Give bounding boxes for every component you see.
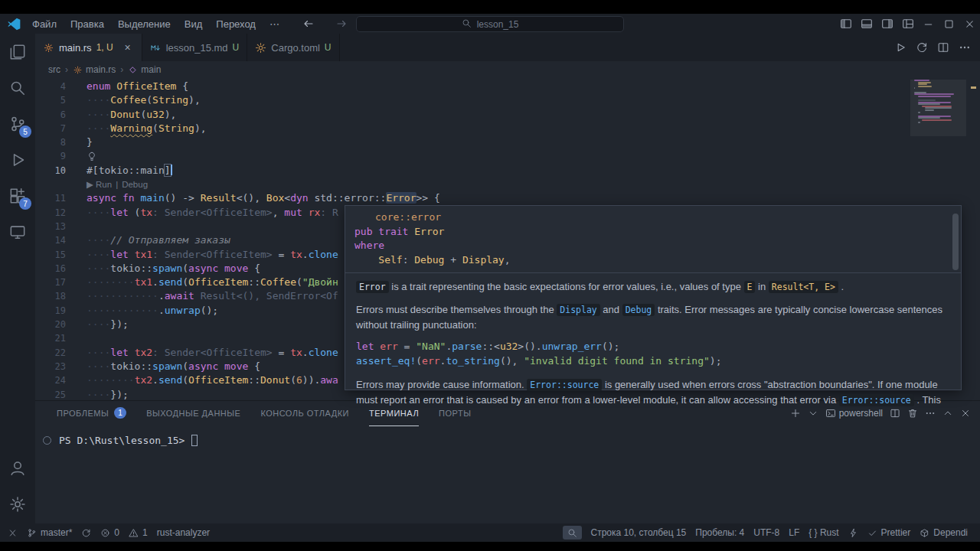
status-branch[interactable]: master* <box>22 523 77 542</box>
more-actions-button[interactable] <box>956 38 974 57</box>
back-button[interactable] <box>299 14 319 34</box>
panel-button[interactable] <box>856 14 877 34</box>
status-remote[interactable] <box>3 523 22 542</box>
split-editor-button[interactable] <box>934 38 952 57</box>
line-number: 19 <box>35 304 66 318</box>
status-dependi[interactable]: Dependi <box>915 523 972 542</box>
code-token <box>354 254 378 266</box>
breadcrumb-item-main[interactable]: main <box>128 64 161 75</box>
breadcrumb-item-src[interactable]: src <box>48 64 60 75</box>
panel-action-shell[interactable]: powershell <box>825 408 883 419</box>
status-power[interactable] <box>844 523 863 542</box>
hover-scrollbar[interactable] <box>952 214 959 270</box>
status-prettier[interactable]: Prettier <box>863 523 916 542</box>
status-eol[interactable]: LF <box>784 523 804 542</box>
vscode-window: ФайлПравкаВыделениеВидПереход⋯ lesson_15… <box>0 14 980 542</box>
panel-action-maximize-panel[interactable] <box>942 408 953 419</box>
code-line[interactable]: 5····Coffee(String), <box>35 93 980 107</box>
code-line[interactable]: 11async fn main() -> Result<(), Box<dyn … <box>35 191 980 205</box>
code-token: = <box>273 347 290 358</box>
command-center-search[interactable]: lesson_15 <box>356 16 624 32</box>
activity-item-search[interactable] <box>0 70 35 106</box>
status-errors[interactable]: 0 <box>96 523 124 542</box>
code-line[interactable]: 8} <box>35 135 980 149</box>
trash-icon <box>907 408 918 419</box>
breadcrumb-label: main <box>141 64 161 75</box>
codelens-run[interactable]: ▶ Run <box>87 178 112 191</box>
lightbulb-icon[interactable] <box>87 151 97 162</box>
minimize-button[interactable] <box>918 14 939 34</box>
close-button[interactable] <box>959 14 980 34</box>
menu-item-2[interactable]: Выделение <box>111 17 178 31</box>
panel-tab-2[interactable]: КОНСОЛЬ ОТЛАДКИ <box>260 401 349 426</box>
menu-item-5[interactable]: ⋯ <box>263 17 286 31</box>
code-token: let <box>110 347 128 358</box>
panel-action-close-panel[interactable] <box>960 408 971 419</box>
layout-button[interactable] <box>897 14 918 34</box>
code-line[interactable]: 9 <box>35 149 980 163</box>
breadcrumb-label: src <box>48 64 60 75</box>
activity-item-explorer[interactable] <box>0 34 35 70</box>
code-token: spawn <box>152 360 182 372</box>
code-line[interactable]: 7····Warning(String), <box>35 122 980 135</box>
maximize-button[interactable] <box>939 14 959 34</box>
breadcrumb-item-main.rs[interactable]: main.rs <box>73 64 116 75</box>
editor-actions <box>891 34 980 61</box>
status-cursor-position[interactable]: Строка 10, столбец 15 <box>586 523 691 542</box>
tab-Cargo.toml[interactable]: Cargo.tomlU <box>247 34 339 61</box>
forward-button[interactable] <box>332 14 352 34</box>
menu-item-0[interactable]: Файл <box>25 17 64 31</box>
code-token: }); <box>110 389 128 400</box>
status-sync[interactable] <box>77 523 96 542</box>
code-token: tokio::main <box>99 165 165 176</box>
code-token: ( <box>416 355 422 367</box>
code-token: Display <box>462 254 505 266</box>
line-number: 13 <box>35 220 66 233</box>
status-indentation[interactable]: Пробелы: 4 <box>691 523 749 542</box>
sidebar-right-button[interactable] <box>877 14 897 34</box>
hover-signature-line: pub trait Error <box>345 225 961 240</box>
panel-action-split-terminal[interactable] <box>890 408 900 419</box>
sidebar-left-button[interactable] <box>835 14 856 34</box>
code-line[interactable]: 10#[tokio::main] <box>35 164 980 178</box>
menu-item-4[interactable]: Переход <box>209 17 263 31</box>
status-rust-analyzer[interactable]: rust-analyzer <box>152 523 214 542</box>
line-number: 12 <box>35 206 66 220</box>
code-token: : Sender<OfficeItem> <box>152 347 273 358</box>
panel-action-kill-terminal[interactable] <box>907 408 918 419</box>
panel-tab-label: ПОРТЫ <box>439 409 471 418</box>
status-encoding[interactable]: UTF-8 <box>749 523 784 542</box>
activity-item-run-and-debug[interactable] <box>0 142 35 178</box>
run-file-button[interactable] <box>891 38 910 57</box>
code-token: : Sender<OfficeItem> <box>152 249 273 260</box>
code-line[interactable]: 6····Donut(u32), <box>35 108 980 122</box>
status-label: Строка 10, столбец 15 <box>590 527 686 538</box>
terminal[interactable]: PS D:\Rust\lesson_15> <box>43 435 198 446</box>
panel-action-new-terminal[interactable] <box>790 408 801 419</box>
minimap-line <box>918 103 940 105</box>
menu-item-3[interactable]: Вид <box>178 17 210 31</box>
status-search-indicator[interactable] <box>563 526 582 540</box>
code-content: ····Warning(String), <box>87 122 207 135</box>
activity-item-settings[interactable] <box>0 486 35 522</box>
tab-main.rs[interactable]: main.rs1, U× <box>35 34 142 61</box>
panel-tab-0[interactable]: ПРОБЛЕМЫ1 <box>57 401 126 426</box>
close-tab-icon[interactable]: × <box>122 41 134 54</box>
status-warnings[interactable]: 1 <box>124 523 152 542</box>
status-language-mode[interactable]: { } Rust <box>804 523 843 542</box>
status-label: LF <box>789 527 799 538</box>
panel-action-terminal-picker[interactable] <box>808 408 818 419</box>
activity-item-remote-explorer[interactable] <box>0 214 35 249</box>
menu-item-1[interactable]: Правка <box>64 17 111 31</box>
panel-action-terminal-more[interactable] <box>925 408 936 419</box>
run-or-debug-button[interactable] <box>913 38 931 57</box>
activity-item-accounts[interactable] <box>0 450 35 486</box>
code-line[interactable]: 4enum OfficeItem { <box>35 80 980 93</box>
panel-tab-1[interactable]: ВЫХОДНЫЕ ДАННЫЕ <box>146 401 240 426</box>
code-token: )). <box>302 374 320 386</box>
activity-item-extensions[interactable]: 7 <box>0 178 35 214</box>
code-token: } <box>87 136 93 148</box>
codelens-debug[interactable]: Debug <box>122 178 148 191</box>
tab-lesson_15.md[interactable]: lesson_15.mdU <box>142 34 248 61</box>
activity-item-source-control[interactable]: 5 <box>0 106 35 142</box>
